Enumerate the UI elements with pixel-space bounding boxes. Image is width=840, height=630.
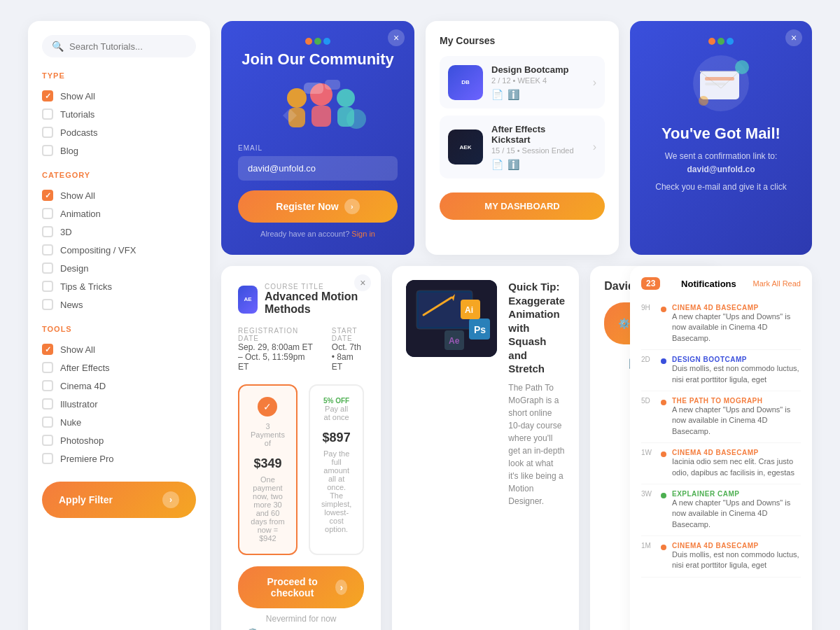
notif-time: 2D bbox=[641, 356, 655, 363]
nevermind-link[interactable]: Nevermind for now bbox=[238, 614, 364, 624]
my-dashboard-button[interactable]: MY DASHBOARD bbox=[440, 192, 605, 220]
filter-item[interactable]: Premiere Pro bbox=[42, 449, 196, 468]
notif-content: THE PATH TO MOGRAPH A new chapter "Ups a… bbox=[672, 397, 801, 437]
course-info: Design Bootcamp 2 / 12 • WEEK 4 📄 ℹ️ bbox=[491, 64, 584, 100]
save-badge: 5% OFF bbox=[321, 397, 351, 405]
installment-sub: One payment now, two more 30 and 60 days… bbox=[251, 475, 285, 542]
filter-item[interactable]: News bbox=[42, 295, 196, 314]
checkbox-empty bbox=[42, 127, 53, 138]
mail-description: We sent a confirmation link to: bbox=[647, 150, 795, 163]
filter-item[interactable]: Nuke bbox=[42, 413, 196, 431]
filter-item[interactable]: Design bbox=[42, 259, 196, 277]
notif-content: CINEMA 4D BASECAMP A new chapter "Ups an… bbox=[672, 304, 801, 344]
course-subtitle: 2 / 12 • WEEK 4 bbox=[491, 76, 584, 85]
apply-filter-button[interactable]: Apply Filter › bbox=[42, 482, 196, 518]
quick-tip-content: Quick Tip: Exaggerate Animation with Squ… bbox=[508, 280, 565, 507]
register-now-button[interactable]: Register Now › bbox=[238, 190, 398, 223]
second-row: × AE COURSE TITLE Advanced Motion Method… bbox=[221, 266, 619, 630]
mark-all-read-button[interactable]: Mark All Read bbox=[753, 279, 801, 288]
course-info-icon: ℹ️ bbox=[507, 159, 519, 170]
notifications-card: 23 Notifications Mark All Read 9H CINEMA… bbox=[630, 266, 812, 630]
course-chevron-icon: › bbox=[593, 141, 596, 153]
payment-option-full[interactable]: 5% OFF Pay all at once $897 Pay the full… bbox=[309, 384, 364, 555]
filter-item[interactable]: Tutorials bbox=[42, 105, 196, 123]
full-payment-amount: $897 bbox=[321, 424, 351, 447]
dot-blue bbox=[323, 38, 330, 45]
filter-item[interactable]: Illustrator bbox=[42, 395, 196, 413]
dot-green bbox=[314, 38, 321, 45]
filter-item[interactable]: Show All bbox=[42, 87, 196, 105]
my-courses-title: My Courses bbox=[440, 35, 605, 46]
notif-time: 5D bbox=[641, 397, 655, 405]
email-input[interactable] bbox=[238, 156, 398, 181]
payment-card: × AE COURSE TITLE Advanced Motion Method… bbox=[221, 266, 381, 630]
svg-text:Ai: Ai bbox=[465, 305, 473, 315]
notif-content: CINEMA 4D BASECAMP Iacinia odio sem nec … bbox=[672, 449, 801, 478]
course-thumbnail: AEK bbox=[448, 130, 483, 164]
svg-point-8 bbox=[346, 109, 366, 129]
course-title: After Effects Kickstart bbox=[491, 124, 584, 145]
svg-rect-16 bbox=[705, 83, 726, 85]
quick-tip-description: The Path To MoGraph is a short online 10… bbox=[508, 382, 565, 507]
notification-item: 1M CINEMA 4D BASECAMP Duis mollis, est n… bbox=[641, 536, 801, 578]
notifications-list: 9H CINEMA 4D BASECAMP A new chapter "Ups… bbox=[641, 298, 801, 578]
filter-item[interactable]: Show All bbox=[42, 186, 196, 204]
checkbox-empty bbox=[42, 435, 53, 446]
join-illustration bbox=[238, 77, 398, 133]
tools-filters: Show AllAfter EffectsCinema 4DIllustrato… bbox=[42, 340, 196, 468]
course-icons: 📄 ℹ️ bbox=[491, 159, 584, 170]
notification-count: 23 bbox=[641, 277, 660, 290]
svg-rect-15 bbox=[705, 77, 734, 80]
apply-filter-label: Apply Filter bbox=[59, 494, 113, 505]
filter-item[interactable]: After Effects bbox=[42, 358, 196, 377]
category-filters: Show AllAnimation3DCompositing / VFXDesi… bbox=[42, 186, 196, 314]
checkbox-empty bbox=[42, 145, 53, 156]
course-header: AE COURSE TITLE Advanced Motion Methods bbox=[238, 283, 364, 316]
join-close-button[interactable]: × bbox=[388, 29, 405, 46]
notif-course: CINEMA 4D BASECAMP bbox=[672, 542, 801, 550]
filter-item[interactable]: Cinema 4D bbox=[42, 377, 196, 395]
payment-close-button[interactable]: × bbox=[354, 274, 371, 291]
installment-amount: $349 bbox=[251, 450, 285, 472]
notif-course: CINEMA 4D BASECAMP bbox=[672, 304, 801, 312]
mail-dot-blue bbox=[727, 38, 734, 45]
checkout-button[interactable]: Proceed to checkout › bbox=[238, 566, 364, 608]
logo-dots bbox=[238, 38, 398, 45]
course-subtitle: 15 / 15 • Session Ended bbox=[491, 146, 584, 155]
notif-time: 3W bbox=[641, 490, 655, 498]
filter-item[interactable]: Animation bbox=[42, 204, 196, 223]
notif-dot bbox=[661, 493, 666, 498]
checkbox-empty bbox=[42, 362, 53, 373]
filter-item[interactable]: Photoshop bbox=[42, 431, 196, 449]
payment-option-installments[interactable]: ✓ 3 Payments of $349 One payment now, tw… bbox=[238, 384, 298, 555]
search-box[interactable]: 🔍 bbox=[42, 35, 196, 57]
mail-card: × You've Got Mail! We se bbox=[630, 21, 812, 255]
notif-course: DESIGN BOOTCAMP bbox=[672, 356, 801, 363]
search-input[interactable] bbox=[69, 41, 186, 52]
signin-link[interactable]: Sign in bbox=[351, 230, 375, 238]
notif-text: Iacinia odio sem nec elit. Cras justo od… bbox=[672, 456, 801, 478]
mail-close-button[interactable]: × bbox=[785, 29, 802, 46]
checkbox-empty bbox=[42, 281, 53, 292]
course-item[interactable]: AEK After Effects Kickstart 15 / 15 • Se… bbox=[440, 115, 605, 178]
search-icon: 🔍 bbox=[52, 41, 64, 52]
notif-content: EXPLAINER CAMP A new chapter "Ups and Do… bbox=[672, 490, 801, 530]
filter-item[interactable]: Tips & Tricks bbox=[42, 277, 196, 295]
filter-item[interactable]: Podcasts bbox=[42, 123, 196, 141]
filter-item[interactable]: 3D bbox=[42, 223, 196, 241]
checkbox-empty bbox=[42, 208, 53, 219]
reg-date-value: Sep. 29, 8:00am ET – Oct. 5, 11:59pm ET bbox=[238, 342, 315, 372]
installment-check-icon: ✓ bbox=[258, 397, 277, 416]
filter-item[interactable]: Blog bbox=[42, 141, 196, 160]
tools-section-label: TOOLS bbox=[42, 325, 196, 333]
checkbox-empty bbox=[42, 108, 53, 120]
start-date-value: Oct. 7th • 8am ET bbox=[332, 342, 365, 372]
checkbox-empty bbox=[42, 226, 53, 237]
notifications-header: 23 Notifications Mark All Read bbox=[641, 277, 801, 290]
filter-item[interactable]: Show All bbox=[42, 340, 196, 358]
notif-content: DESIGN BOOTCAMP Duis mollis, est non com… bbox=[672, 356, 801, 385]
checkbox-empty bbox=[42, 453, 53, 464]
apply-filter-arrow-icon: › bbox=[162, 491, 179, 508]
course-item[interactable]: DB Design Bootcamp 2 / 12 • WEEK 4 📄 ℹ️ … bbox=[440, 56, 605, 108]
filter-item[interactable]: Compositing / VFX bbox=[42, 241, 196, 259]
